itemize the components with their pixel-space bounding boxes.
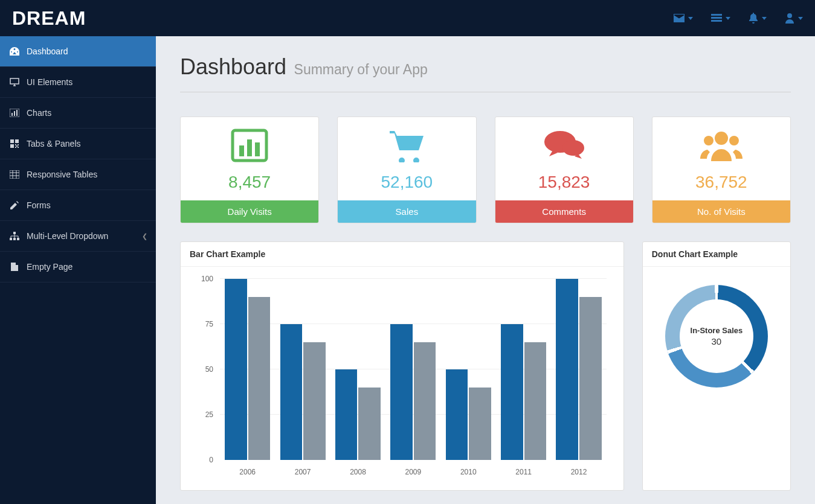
bar-group — [496, 279, 551, 460]
svg-rect-13 — [18, 144, 19, 145]
user-icon — [785, 13, 794, 24]
tasks-icon — [711, 14, 722, 22]
bar-chart-icon — [181, 124, 318, 167]
svg-point-27 — [562, 140, 584, 156]
svg-rect-19 — [10, 238, 12, 240]
sidebar-item-label: Dashboard — [27, 46, 68, 56]
caret-down-icon — [726, 17, 730, 20]
bar-group — [441, 279, 496, 460]
sidebar-item-empty-page[interactable]: Empty Page — [0, 252, 156, 282]
bar-group — [330, 279, 385, 460]
sidebar-item-label: Responsive Tables — [27, 170, 97, 179]
bar-series-b[interactable] — [469, 388, 491, 460]
svg-rect-16 — [18, 147, 19, 148]
svg-rect-17 — [10, 170, 19, 179]
svg-point-3 — [787, 13, 792, 18]
page-title: Dashboard — [180, 54, 286, 79]
bar-series-a[interactable] — [225, 279, 247, 460]
chart-icon — [10, 108, 19, 118]
comments-icon — [495, 124, 633, 167]
stat-value: 52,160 — [338, 167, 475, 200]
y-axis: 0255075100 — [193, 279, 217, 460]
svg-rect-24 — [247, 139, 252, 156]
caret-down-icon — [688, 17, 693, 20]
tasks-dropdown[interactable] — [711, 13, 730, 24]
sidebar-item-responsive-tables[interactable]: Responsive Tables — [0, 159, 156, 190]
users-icon — [652, 124, 790, 167]
stat-card-comments[interactable]: 15,823Comments — [495, 116, 634, 223]
sidebar-item-tabs-panels[interactable]: Tabs & Panels — [0, 129, 156, 159]
sidebar-item-label: Multi-Level Dropdown — [27, 231, 108, 241]
plot-area — [220, 279, 607, 460]
bar-series-a[interactable] — [335, 369, 358, 460]
stat-card-daily-visits[interactable]: 8,457Daily Visits — [180, 116, 319, 223]
sidebar-item-label: Empty Page — [27, 262, 72, 272]
bar-series-b[interactable] — [414, 342, 436, 460]
x-label: 2007 — [275, 463, 330, 478]
bar-series-b[interactable] — [303, 342, 326, 460]
bar-series-a[interactable] — [556, 279, 578, 460]
svg-rect-1 — [711, 17, 722, 19]
y-tick: 75 — [205, 320, 213, 328]
bell-icon — [749, 13, 758, 24]
main-content: Dashboard Summary of your App 8,457Daily… — [156, 36, 815, 504]
bar-series-a[interactable] — [501, 324, 523, 460]
bar-series-b[interactable] — [524, 342, 547, 460]
svg-rect-0 — [711, 14, 722, 16]
top-nav — [674, 13, 803, 24]
cart-icon — [338, 124, 475, 167]
svg-rect-23 — [239, 145, 244, 156]
stat-value: 8,457 — [181, 167, 318, 200]
sidebar-item-dashboard[interactable]: Dashboard — [0, 36, 156, 67]
page-subtitle: Summary of your App — [294, 62, 428, 77]
svg-rect-6 — [11, 113, 13, 116]
bar-series-b[interactable] — [248, 297, 271, 460]
svg-rect-11 — [10, 144, 14, 148]
page-header: Dashboard Summary of your App — [180, 54, 791, 92]
alerts-dropdown[interactable] — [749, 13, 767, 24]
donut-chart-title: Donut Chart Example — [643, 242, 790, 267]
bar-series-b[interactable] — [358, 388, 381, 460]
y-tick: 50 — [205, 365, 213, 374]
donut-center-label: In-Store Sales — [691, 326, 743, 335]
chevron-left-icon: ❮ — [142, 232, 147, 240]
x-label: 2012 — [551, 463, 606, 478]
svg-rect-7 — [14, 111, 15, 116]
svg-rect-14 — [16, 145, 18, 147]
stat-card-no-of-visits[interactable]: 36,752No. of Visits — [652, 116, 791, 223]
bar-chart[interactable]: 02550751002006200720082009201020112012 — [193, 279, 611, 478]
donut-chart[interactable]: In-Store Sales 30 — [665, 285, 768, 388]
sidebar-item-label: Tabs & Panels — [27, 139, 81, 148]
table-icon — [10, 170, 19, 179]
sidebar-item-multi-level-dropdown[interactable]: Multi-Level Dropdown❮ — [0, 221, 156, 252]
bar-group — [220, 279, 275, 460]
x-label: 2006 — [220, 463, 275, 478]
svg-rect-10 — [15, 139, 19, 143]
edit-icon — [10, 200, 19, 210]
bar-series-a[interactable] — [390, 324, 413, 460]
brand-logo[interactable]: DREAM — [12, 7, 86, 30]
bar-series-a[interactable] — [280, 324, 303, 460]
svg-rect-18 — [13, 232, 16, 234]
bar-group — [275, 279, 330, 460]
bar-series-a[interactable] — [446, 369, 468, 460]
svg-rect-21 — [17, 238, 19, 240]
mail-dropdown[interactable] — [674, 13, 693, 24]
stat-card-sales[interactable]: 52,160Sales — [337, 116, 476, 223]
svg-rect-9 — [10, 139, 14, 143]
svg-rect-8 — [16, 110, 18, 116]
sitemap-icon — [10, 231, 19, 241]
y-tick: 100 — [201, 275, 213, 283]
user-dropdown[interactable] — [785, 13, 803, 24]
stat-label: Comments — [495, 200, 633, 223]
bar-chart-panel: Bar Chart Example 0255075100200620072008… — [180, 241, 624, 491]
svg-rect-2 — [711, 20, 722, 22]
x-label: 2009 — [385, 463, 440, 478]
sidebar-item-charts[interactable]: Charts — [0, 98, 156, 129]
bar-group — [385, 279, 440, 460]
donut-center: In-Store Sales 30 — [680, 299, 753, 373]
sidebar-item-ui-elements[interactable]: UI Elements — [0, 67, 156, 98]
bar-series-b[interactable] — [579, 297, 602, 460]
y-tick: 25 — [205, 410, 213, 419]
sidebar-item-forms[interactable]: Forms — [0, 190, 156, 221]
